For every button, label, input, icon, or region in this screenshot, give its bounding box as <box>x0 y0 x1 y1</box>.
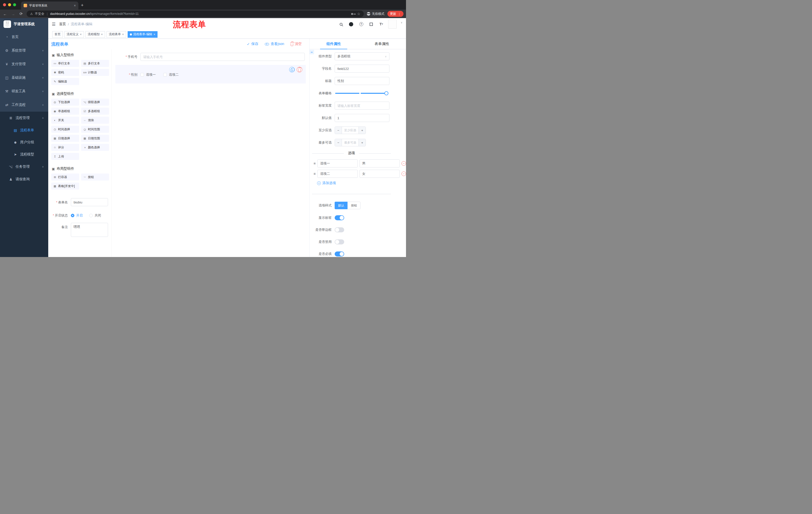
status-on-radio[interactable]: 开启 <box>71 213 83 218</box>
save-button[interactable]: ✓ 保存 <box>247 42 259 46</box>
sidebar-item-process-model[interactable]: ➤ 流程模型 <box>0 148 48 160</box>
sidebar-item-payment[interactable]: ¥ 支付管理 ∨ <box>0 57 48 71</box>
back-button[interactable]: ← <box>2 12 7 16</box>
component-item-slider[interactable]: ⇔滑块 <box>81 117 109 124</box>
tag-close-icon[interactable]: × <box>80 33 82 36</box>
option-drag-handle-icon[interactable]: ≡ <box>314 172 316 176</box>
maximize-window-button[interactable] <box>13 3 16 6</box>
avatar-caret-icon[interactable]: ∨ <box>401 21 403 24</box>
bookmark-star-icon[interactable]: ☆ <box>357 12 360 16</box>
view-json-button[interactable]: 查看json <box>265 42 284 46</box>
form-remark-textarea[interactable]: 嘿嘿 <box>71 223 108 237</box>
sidebar-item-leave-query[interactable]: ♟ 请假查询 <box>0 173 48 186</box>
field-name-input[interactable] <box>335 64 389 73</box>
gender-option2-checkbox[interactable]: 选项二 <box>163 73 179 77</box>
slider-handle[interactable] <box>384 91 388 95</box>
tag-process-model[interactable]: 流程模型 × <box>85 31 105 38</box>
decrease-button[interactable]: − <box>335 127 342 134</box>
component-item-table[interactable]: ▦表格[开发中] <box>51 183 79 190</box>
decrease-button[interactable]: − <box>335 139 342 146</box>
add-option-button[interactable]: + 添加选项 <box>317 181 406 185</box>
help-button[interactable]: ? <box>358 21 365 27</box>
sidebar-item-workflow[interactable]: ⇄ 工作流程 ∧ <box>0 98 48 112</box>
browser-menu-icon[interactable]: ⋮ <box>398 12 401 16</box>
component-item-switch[interactable]: ◐开关 <box>51 117 79 124</box>
label-width-input[interactable] <box>335 102 389 110</box>
component-item-multi-text[interactable]: ▤多行文本 <box>81 60 109 67</box>
sidebar-item-home[interactable]: ◔ 首页 <box>0 30 48 44</box>
default-value-input[interactable] <box>335 114 389 122</box>
forward-button[interactable]: → <box>10 12 16 16</box>
component-item-editor[interactable]: ✎编辑器 <box>51 78 79 85</box>
status-off-radio[interactable]: 关闭 <box>89 213 101 218</box>
tag-close-icon[interactable]: × <box>153 33 155 36</box>
hamburger-icon[interactable]: ☰ <box>52 22 56 27</box>
sidebar-item-devtools[interactable]: ⚒ 研发工具 ∨ <box>0 84 48 98</box>
fullscreen-button[interactable] <box>368 21 375 27</box>
sidebar-item-process-mgmt[interactable]: ≣ 流程管理 ∧ <box>0 112 48 124</box>
search-button[interactable] <box>338 21 344 27</box>
breadcrumb-home[interactable]: 首页 <box>59 22 66 26</box>
style-default-button[interactable]: 默认 <box>335 202 347 209</box>
password-key-icon[interactable] <box>351 13 353 15</box>
sidebar-item-system[interactable]: ⚙ 系统管理 ∨ <box>0 44 48 57</box>
font-size-button[interactable]: TT <box>378 21 385 27</box>
component-item-password[interactable]: ✱密码 <box>51 69 79 76</box>
remove-option-button[interactable]: − <box>402 161 406 166</box>
component-item-time-picker[interactable]: ◷时间选择 <box>51 126 79 133</box>
form-canvas[interactable]: 手机号 性别 选项一 选项二 <box>112 49 309 257</box>
component-item-date-picker[interactable]: ▦日期选择 <box>51 135 79 142</box>
option1-value-input[interactable] <box>359 159 400 167</box>
tag-process-form-edit[interactable]: 流程表单-编辑 × <box>127 31 157 38</box>
option1-label-input[interactable] <box>317 159 357 167</box>
title-input[interactable] <box>335 77 389 85</box>
tag-close-icon[interactable]: × <box>122 33 124 36</box>
component-item-counter[interactable]: 123计数器 <box>81 69 109 76</box>
disabled-toggle[interactable] <box>335 239 344 244</box>
component-item-single-text[interactable]: ▭单行文本 <box>51 60 79 67</box>
browser-update-button[interactable]: 更新 ⋮ <box>387 11 404 17</box>
component-item-button[interactable]: ☞按钮 <box>81 173 109 181</box>
option2-label-input[interactable] <box>317 170 357 178</box>
min-select-input[interactable] <box>342 127 358 134</box>
copy-field-button[interactable] <box>289 67 295 73</box>
canvas-field-gender[interactable]: 性别 选项一 选项二 <box>115 65 306 83</box>
tag-process-definition[interactable]: 流程定义 × <box>64 31 84 38</box>
user-avatar[interactable] <box>388 20 397 29</box>
browser-tab[interactable]: 芋道管理系统 × <box>21 1 78 9</box>
canvas-field-phone[interactable]: 手机号 <box>115 52 306 61</box>
reload-button[interactable]: ⟳ <box>19 11 24 16</box>
border-toggle[interactable] <box>335 227 344 232</box>
sidebar-item-process-form[interactable]: ▤ 流程表单 <box>0 124 48 136</box>
tab-form-props[interactable]: 表单属性 <box>358 39 406 49</box>
component-item-upload[interactable]: ↥上传 <box>51 153 79 160</box>
remove-option-button[interactable]: − <box>402 171 406 176</box>
required-toggle[interactable] <box>335 251 344 256</box>
form-name-input[interactable] <box>71 198 108 206</box>
gender-option1-checkbox[interactable]: 选项一 <box>140 73 156 77</box>
github-button[interactable] <box>348 21 354 27</box>
close-window-button[interactable] <box>3 3 6 6</box>
tab-component-props[interactable]: 组件属性 <box>310 39 358 49</box>
increase-button[interactable]: + <box>358 127 366 134</box>
clear-button[interactable]: 清空 <box>291 42 302 46</box>
style-button-button[interactable]: 按钮 <box>347 202 360 209</box>
component-item-select[interactable]: ◎下拉选择 <box>51 99 79 106</box>
component-type-select[interactable]: 多选框组 ∨ <box>335 52 389 60</box>
tab-close-icon[interactable]: × <box>74 3 76 7</box>
component-item-row-container[interactable]: ⊞行容器 <box>51 173 79 181</box>
component-item-checkbox-group[interactable]: ☑多选框组 <box>81 108 109 115</box>
phone-input[interactable] <box>140 53 305 61</box>
sidebar-item-user-group[interactable]: ☻ 用户分组 <box>0 136 48 148</box>
link-icon[interactable]: ∞ <box>310 50 314 54</box>
minimize-window-button[interactable] <box>8 3 11 6</box>
tag-process-form[interactable]: 流程表单 × <box>107 31 126 38</box>
option-drag-handle-icon[interactable]: ≡ <box>314 161 316 165</box>
option2-value-input[interactable] <box>359 170 400 178</box>
show-label-toggle[interactable] <box>335 215 344 220</box>
sidebar-item-infrastructure[interactable]: ◫ 基础设施 ∨ <box>0 71 48 84</box>
sidebar-item-task-mgmt[interactable]: ⌥ 任务管理 ∨ <box>0 160 48 173</box>
delete-field-button[interactable] <box>297 67 302 73</box>
component-item-radio-group[interactable]: ◉单选框组 <box>51 108 79 115</box>
tag-home[interactable]: 首页 <box>52 31 63 38</box>
